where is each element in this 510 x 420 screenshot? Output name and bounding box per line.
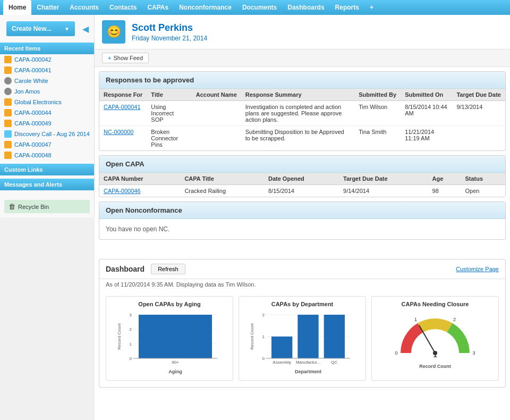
sidebar-item[interactable]: CAPA-000044 (0, 107, 94, 118)
show-feed-button[interactable]: + Show Feed (102, 53, 149, 63)
nav-item-home[interactable]: Home (3, 0, 31, 15)
sidebar-section-header: Custom Links (0, 164, 94, 175)
nav-item-nonconformance[interactable]: Nonconformance (174, 0, 237, 15)
chart-box: CAPAs by DepartmentRecord Count012Assemb… (239, 296, 366, 381)
table-cell[interactable]: CAPA-000046 (99, 185, 180, 197)
open-capa-table: CAPA NumberCAPA TitleDate OpenedTarget D… (99, 173, 505, 197)
table-cell: Tim Wilson (354, 101, 401, 126)
plus-icon: + (108, 55, 111, 61)
nav-item-accounts[interactable]: Accounts (64, 0, 104, 15)
chart-title: Open CAPAs by Aging (110, 301, 228, 307)
sidebar-section-header: Messages and Alerts (0, 179, 94, 190)
chart-title: CAPAs Needing Closure (376, 301, 494, 307)
charts-row: Open CAPAs by AgingRecord Count012390+Ag… (99, 292, 505, 387)
sidebar-item[interactable]: CAPA-000042 (0, 54, 94, 65)
main-content: 😊 Scott Perkins Friday November 21, 2014… (95, 15, 510, 420)
sidebar-item-label: CAPA-000047 (14, 141, 52, 148)
sidebar-item[interactable]: Carole White (0, 75, 94, 86)
folder-icon (4, 109, 12, 116)
svg-rect-22 (298, 315, 318, 358)
response-for-link[interactable]: NC-000000 (104, 129, 133, 135)
nav-item-chatter[interactable]: Chatter (31, 0, 64, 15)
nav-item-dashboards[interactable]: Dashboards (282, 0, 329, 15)
column-header: CAPA Title (180, 173, 264, 185)
nav-item-[interactable]: + (364, 0, 379, 15)
nav-item-capas[interactable]: CAPAs (142, 0, 174, 15)
column-header: Response For (99, 89, 147, 101)
sidebar-section: Messages and Alerts (0, 179, 94, 190)
person-icon (4, 88, 12, 95)
responses-table: Response ForTitleAccount NameResponse Su… (99, 89, 505, 150)
column-header: Target Due Date (452, 89, 505, 101)
response-for-link[interactable]: CAPA-000041 (104, 104, 141, 110)
column-header: Status (461, 173, 505, 185)
column-header: Response Summary (241, 89, 354, 101)
table-cell: Open (461, 185, 505, 197)
bar-chart-svg: Record Count012390+Aging (110, 310, 228, 374)
table-row: NC-000000Broken Connector PinsSubmitting… (99, 126, 505, 151)
dashboard-subtitle: As of 11/20/2014 9:35 AM. Displaying dat… (99, 279, 505, 292)
sidebar-item[interactable]: CAPA-000047 (0, 139, 94, 150)
svg-text:Record Count: Record Count (419, 364, 451, 369)
open-nc-panel-header: Open Nonconformance (99, 202, 505, 219)
dashboard-title: Dashboard (106, 265, 144, 273)
svg-text:0: 0 (395, 350, 397, 356)
table-cell: Cracked Railing (180, 185, 264, 197)
sidebar-item[interactable]: Discovery Call - Aug 26 2014 (0, 129, 94, 139)
nav-item-contacts[interactable]: Contacts (104, 0, 142, 15)
sidebar-item-label: CAPA-000049 (14, 120, 52, 127)
svg-text:Record Count: Record Count (250, 323, 254, 350)
dashboard-section: Dashboard Refresh Customize Page As of 1… (99, 259, 506, 388)
sidebar-item[interactable]: CAPA-000049 (0, 118, 94, 129)
sidebar-item-label: CAPA-000044 (14, 110, 52, 116)
open-nc-panel: Open Nonconformance You have no open NC. (99, 201, 506, 240)
column-header: Title (147, 89, 191, 101)
table-row: CAPA-000046Cracked Railing8/15/20149/14/… (99, 185, 505, 197)
customize-page-link[interactable]: Customize Page (456, 266, 499, 272)
svg-text:Assembly: Assembly (273, 360, 291, 365)
user-date: Friday November 21, 2014 (132, 35, 207, 42)
svg-text:0: 0 (262, 356, 265, 361)
column-header: Submitted On (401, 89, 452, 101)
sidebar-collapse-icon[interactable]: ◀ (80, 22, 91, 36)
dropdown-arrow-icon: ▼ (64, 26, 70, 32)
no-nc-message: You have no open NC. (99, 219, 505, 239)
open-nc-panel-body: You have no open NC. (99, 219, 505, 239)
column-header: Date Opened (264, 173, 339, 185)
table-cell: 9/14/2014 (339, 185, 428, 197)
show-feed-label: Show Feed (113, 55, 143, 61)
top-nav: HomeChatterAccountsContactsCAPAsNonconfo… (0, 0, 510, 15)
sidebar-item-label: Global Electronics (14, 99, 62, 105)
show-feed-bar: + Show Feed (95, 49, 510, 67)
table-cell: Tina Smith (354, 126, 401, 151)
column-header: Age (428, 173, 461, 185)
create-new-button[interactable]: Create New... ▼ (6, 21, 75, 36)
svg-text:3: 3 (472, 350, 475, 356)
svg-text:Aging: Aging (168, 369, 182, 374)
nav-item-reports[interactable]: Reports (330, 0, 364, 15)
refresh-button[interactable]: Refresh (151, 264, 185, 274)
nav-item-documents[interactable]: Documents (237, 0, 282, 15)
sidebar-item[interactable]: Jon Amos (0, 86, 94, 97)
svg-text:QC: QC (331, 360, 337, 365)
sidebar-item[interactable]: CAPA-000041 (0, 65, 94, 75)
recycle-bin-button[interactable]: 🗑 Recycle Bin (4, 200, 90, 213)
sidebar-item-label: Carole White (14, 78, 48, 84)
folder-icon (4, 152, 12, 159)
open-capa-panel-body: CAPA NumberCAPA TitleDate OpenedTarget D… (99, 173, 505, 197)
svg-rect-9 (139, 315, 212, 358)
sidebar-item[interactable]: Global Electronics (0, 97, 94, 107)
recycle-icon: 🗑 (8, 203, 15, 211)
table-cell[interactable]: CAPA-000041 (99, 101, 147, 126)
table-row: CAPA-000041Using Incorrect SOPInvestigat… (99, 101, 505, 126)
table-cell[interactable]: NC-000000 (99, 126, 147, 151)
table-cell: Submitting Disposition to be Approved to… (241, 126, 354, 151)
folder-icon (4, 66, 12, 74)
folder-icon (4, 56, 12, 63)
table-cell (192, 126, 241, 151)
sidebar-item[interactable]: CAPA-000048 (0, 150, 94, 161)
svg-text:Manufactur...: Manufactur... (296, 360, 320, 365)
capa-number-link[interactable]: CAPA-000046 (104, 188, 141, 194)
calendar-icon (4, 130, 12, 138)
column-header: Submitted By (354, 89, 401, 101)
